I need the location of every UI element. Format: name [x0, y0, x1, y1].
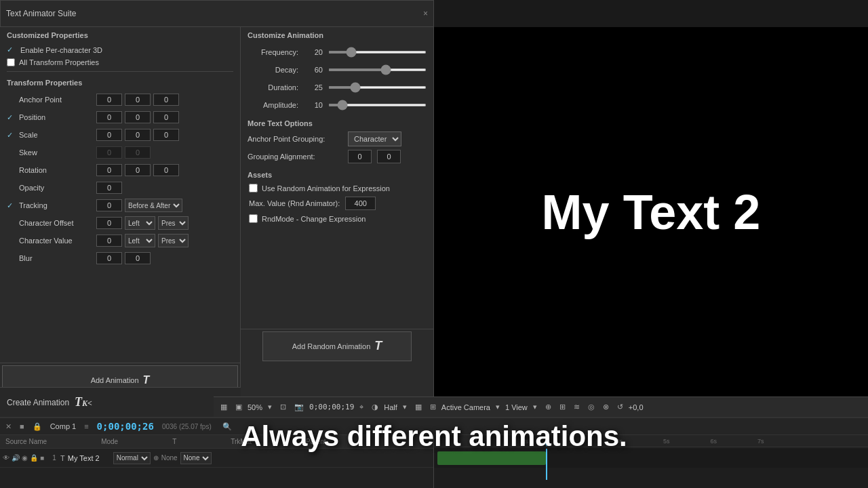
scale-row: ✓ Scale: [0, 126, 240, 144]
opacity-label: Opacity: [19, 184, 94, 192]
camera-icon[interactable]: 📷: [292, 401, 307, 413]
lock-icon[interactable]: 🔒: [33, 422, 42, 431]
lock-layer-icon[interactable]: 🔒: [30, 454, 38, 462]
switches-icon[interactable]: ⊕: [153, 454, 159, 462]
layer-mode-select[interactable]: Normal: [113, 452, 151, 464]
anchor-point-y[interactable]: [125, 94, 151, 106]
char-value-dd2[interactable]: Pres: [158, 234, 189, 247]
amplitude-slider[interactable]: [328, 104, 427, 106]
snap-grid-icon[interactable]: ⊞: [557, 401, 568, 413]
grouping-align-y[interactable]: [377, 150, 401, 163]
char-offset-dd1[interactable]: LeftRight: [125, 216, 155, 230]
snap-icon[interactable]: ⌖: [357, 401, 366, 413]
camera-dropdown[interactable]: ▾: [493, 401, 502, 413]
rnd-mode-check[interactable]: [249, 214, 258, 223]
timeline-right: 1s 2s 3s 4s 5s 6s 7s: [434, 435, 868, 488]
col-source-name: Source Name: [5, 438, 47, 445]
skew-y: [125, 146, 151, 159]
ruler-mark-7: 7s: [757, 438, 764, 445]
view-dropdown[interactable]: ▾: [530, 401, 540, 413]
draft-icon[interactable]: ◎: [585, 401, 597, 413]
position-check[interactable]: ✓: [7, 113, 16, 122]
timeline-header: ✕ ■ 🔒 Comp 1 ≡ 0;00;00;26 0036 (25.07 fp…: [0, 418, 868, 435]
max-value-input[interactable]: [345, 197, 376, 210]
enable-per-char-check[interactable]: ✓: [7, 45, 16, 54]
tl-track[interactable]: [434, 449, 868, 468]
grouping-alignment-label: Grouping Alignment:: [248, 152, 342, 161]
tracking-row: ✓ Tracking Before & After Before After: [0, 197, 240, 214]
add-random-animation-button[interactable]: Add Random Animation T: [262, 331, 412, 361]
solo-icon[interactable]: ■: [20, 422, 24, 430]
layer-bar[interactable]: [437, 451, 546, 465]
tracking-dropdown[interactable]: Before & After Before After: [125, 199, 182, 212]
char-offset-val[interactable]: [96, 217, 122, 229]
frequency-slider[interactable]: [328, 51, 427, 54]
zoom-dropdown[interactable]: ▾: [265, 401, 275, 413]
opacity-val[interactable]: [96, 182, 122, 194]
anchor-point-grouping-label: Anchor Point Grouping:: [248, 135, 342, 143]
grouping-alignment-row: Grouping Alignment:: [241, 148, 433, 165]
enable-per-char-row[interactable]: ✓ Enable Per-character 3D: [0, 43, 240, 56]
hamburger-icon[interactable]: ≡: [84, 422, 88, 430]
label-icon[interactable]: ■: [40, 454, 44, 462]
position-z[interactable]: [153, 111, 179, 123]
grouping-align-x[interactable]: [348, 150, 372, 163]
rotation-y[interactable]: [125, 164, 151, 176]
scale-x[interactable]: [96, 129, 122, 141]
search-icon[interactable]: 🔍: [222, 422, 232, 431]
duration-value: 25: [304, 83, 323, 92]
anchor-point-x[interactable]: [96, 94, 122, 106]
scale-y[interactable]: [125, 129, 151, 141]
anchor-point-z[interactable]: [153, 94, 179, 106]
position-x[interactable]: [96, 111, 122, 123]
text-layer-icon: T: [60, 454, 65, 462]
add-animation-icon: T: [143, 374, 150, 386]
transparency-icon[interactable]: ▦: [412, 401, 425, 413]
assets-header: Assets: [241, 165, 433, 182]
close-button[interactable]: ×: [423, 9, 428, 18]
motion-blur-icon[interactable]: ≋: [571, 401, 583, 413]
rotation-x[interactable]: [96, 164, 122, 176]
anchor-point-grouping-select[interactable]: Character Word Line All: [348, 131, 401, 146]
blur-x[interactable]: [96, 252, 122, 264]
rotation-z[interactable]: [153, 164, 179, 176]
playhead[interactable]: [546, 449, 547, 480]
ruler-mark-4: 4s: [616, 438, 623, 445]
all-transform-check[interactable]: [7, 58, 15, 66]
reset-icon[interactable]: ↺: [614, 401, 626, 413]
solo-layer-icon[interactable]: ◉: [22, 454, 28, 462]
char-value-dd1[interactable]: LeftRight: [125, 234, 155, 247]
layer-name: My Text 2: [68, 454, 100, 462]
color-icon[interactable]: ◑: [369, 401, 381, 413]
preview-icon[interactable]: ▣: [233, 401, 245, 413]
amplitude-row: Amplitude: 10: [241, 96, 433, 114]
gl-icon[interactable]: ⊗: [600, 401, 612, 413]
duration-row: Duration: 25: [241, 79, 433, 96]
tracking-val[interactable]: [96, 199, 122, 211]
scale-check[interactable]: ✓: [7, 131, 16, 140]
sound-icon[interactable]: 🔊: [12, 454, 20, 462]
x-icon[interactable]: ✕: [5, 422, 12, 431]
camera-label: Active Camera: [441, 403, 490, 411]
quality-dropdown[interactable]: ▾: [400, 401, 410, 413]
scale-z[interactable]: [153, 129, 179, 141]
title-text: Text Animator Suite: [6, 9, 76, 18]
position-y[interactable]: [125, 111, 151, 123]
char-value-row: Character Value LeftRight Pres: [0, 232, 240, 249]
eye-icon[interactable]: 👁: [3, 454, 9, 462]
parent-select[interactable]: None: [180, 452, 212, 464]
blur-row: Blur: [0, 249, 240, 267]
use-random-anim-check[interactable]: [249, 184, 258, 192]
char-offset-dd2[interactable]: Pres: [158, 216, 189, 230]
duration-slider[interactable]: [328, 86, 427, 89]
tracking-check[interactable]: ✓: [7, 201, 16, 210]
region-icon[interactable]: ⊞: [427, 401, 439, 413]
3d-icon[interactable]: ⊕: [542, 401, 554, 413]
all-transform-row[interactable]: All Transform Properties: [0, 56, 240, 68]
blur-y[interactable]: [125, 252, 151, 264]
fit-icon[interactable]: ⊡: [277, 401, 289, 413]
resolution-icon[interactable]: ▦: [218, 401, 230, 413]
char-value-val[interactable]: [96, 235, 122, 247]
decay-slider[interactable]: [328, 68, 427, 71]
tl-layer-row: 👁 🔊 ◉ 🔒 ■ 1 T My Text 2 Normal ⊕ None: [0, 449, 433, 468]
